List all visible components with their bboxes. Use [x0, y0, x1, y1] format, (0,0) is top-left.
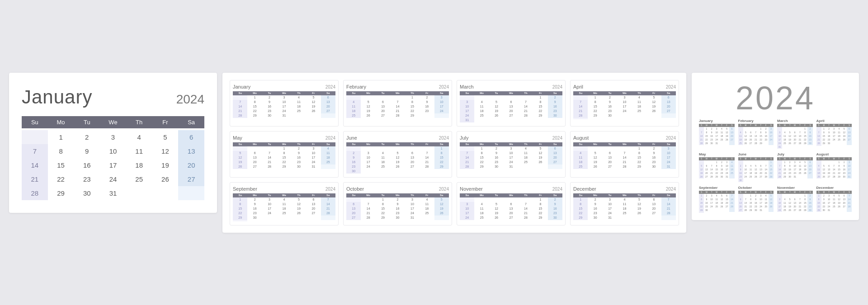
mini-day-cell[interactable]: 26 — [588, 164, 602, 169]
mini-day-cell[interactable]: 2 — [292, 146, 306, 151]
mini-day-cell[interactable]: 10 — [460, 104, 474, 109]
mini-day-cell[interactable]: 27 — [603, 164, 617, 169]
mini-day-cell[interactable]: 21 — [617, 160, 632, 164]
mini-day-cell[interactable]: 19 — [489, 211, 504, 216]
mini-day-cell[interactable]: 29 — [533, 113, 547, 118]
mini-day-cell[interactable]: 17 — [603, 206, 617, 211]
mini-day-cell[interactable]: 13 — [376, 104, 390, 109]
mini-day-cell[interactable]: 3 — [361, 151, 375, 155]
mini-day-cell[interactable]: 14 — [420, 155, 434, 160]
mini-day-cell[interactable]: 6 — [661, 95, 676, 100]
mini-day-cell[interactable]: 26 — [292, 211, 306, 216]
mini-day-cell[interactable]: 13 — [548, 151, 562, 155]
mini-day-cell[interactable]: 9 — [292, 151, 306, 155]
mini-day-cell[interactable]: 12 — [390, 155, 405, 160]
mini-day-cell[interactable]: 15 — [233, 206, 247, 211]
mini-day-cell[interactable]: 31 — [460, 118, 474, 122]
mini-day-cell[interactable]: 11 — [376, 155, 390, 160]
mini-day-cell[interactable]: 9 — [262, 100, 277, 104]
mini-day-cell[interactable]: 17 — [306, 155, 321, 160]
mini-day-cell[interactable]: 7 — [321, 197, 335, 202]
mini-day-cell[interactable]: 8 — [405, 100, 420, 104]
mini-day-cell[interactable]: 23 — [548, 211, 562, 216]
mini-day-cell[interactable]: 11 — [292, 100, 306, 104]
mini-day-cell[interactable]: 19 — [533, 155, 547, 160]
mini-day-cell[interactable]: 15 — [573, 206, 588, 211]
large-day-cell[interactable]: 7 — [22, 144, 48, 158]
large-day-cell[interactable]: 12 — [152, 144, 179, 158]
mini-day-cell[interactable]: 1 — [233, 197, 247, 202]
mini-day-cell[interactable]: 25 — [376, 164, 390, 169]
mini-day-cell[interactable]: 7 — [519, 100, 533, 104]
mini-day-cell[interactable]: 3 — [603, 197, 617, 202]
mini-day-cell[interactable]: 24 — [617, 109, 632, 113]
mini-day-cell[interactable]: 28 — [460, 164, 474, 169]
mini-day-cell[interactable]: 29 — [588, 113, 602, 118]
large-day-cell[interactable]: 11 — [126, 144, 152, 158]
mini-day-cell[interactable]: 3 — [504, 146, 518, 151]
mini-day-cell[interactable]: 5 — [361, 100, 375, 104]
mini-day-cell[interactable]: 14 — [390, 104, 405, 109]
mini-day-cell[interactable]: 5 — [233, 151, 247, 155]
mini-day-cell[interactable]: 8 — [434, 151, 449, 155]
mini-day-cell[interactable]: 5 — [489, 100, 504, 104]
mini-day-cell[interactable]: 25 — [519, 160, 533, 164]
mini-day-cell[interactable]: 19 — [361, 109, 375, 113]
mini-day-cell[interactable]: 11 — [277, 202, 291, 206]
mini-day-cell[interactable]: 11 — [573, 155, 588, 160]
mini-day-cell[interactable]: 9 — [646, 151, 661, 155]
mini-day-cell[interactable]: 2 — [548, 95, 562, 100]
mini-day-cell[interactable]: 30 — [262, 113, 277, 118]
mini-day-cell[interactable]: 18 — [617, 206, 632, 211]
mini-day-cell[interactable]: 28 — [390, 113, 405, 118]
mini-day-cell[interactable]: 29 — [474, 164, 489, 169]
mini-day-cell[interactable]: 3 — [277, 95, 291, 100]
mini-day-cell[interactable]: 2 — [588, 197, 602, 202]
mini-day-cell[interactable]: 18 — [321, 155, 335, 160]
large-day-cell[interactable]: 30 — [74, 186, 100, 200]
mini-day-cell[interactable]: 30 — [646, 164, 661, 169]
mini-day-cell[interactable]: 2 — [489, 146, 504, 151]
mini-day-cell[interactable]: 19 — [306, 104, 321, 109]
mini-day-cell[interactable]: 13 — [603, 155, 617, 160]
large-day-cell[interactable]: 15 — [48, 158, 74, 172]
mini-day-cell[interactable]: 22 — [533, 211, 547, 216]
mini-day-cell[interactable]: 16 — [588, 206, 602, 211]
mini-day-cell[interactable]: 30 — [489, 164, 504, 169]
mini-day-cell[interactable]: 29 — [376, 216, 390, 220]
mini-day-cell[interactable]: 23 — [390, 211, 405, 216]
mini-day-cell[interactable]: 25 — [277, 211, 291, 216]
large-day-cell[interactable]: 21 — [22, 172, 48, 186]
mini-day-cell[interactable]: 25 — [474, 216, 489, 220]
large-day-cell[interactable]: 2 — [74, 130, 100, 144]
large-day-cell[interactable]: 19 — [152, 158, 179, 172]
mini-day-cell[interactable]: 14 — [460, 155, 474, 160]
mini-day-cell[interactable]: 7 — [233, 100, 247, 104]
mini-day-cell[interactable]: 18 — [632, 104, 646, 109]
mini-day-cell[interactable]: 21 — [519, 109, 533, 113]
mini-day-cell[interactable]: 27 — [376, 113, 390, 118]
large-day-cell[interactable]: 8 — [48, 144, 74, 158]
mini-day-cell[interactable]: 11 — [474, 104, 489, 109]
mini-day-cell[interactable]: 30 — [346, 169, 361, 174]
mini-day-cell[interactable]: 13 — [306, 202, 321, 206]
mini-day-cell[interactable]: 22 — [632, 160, 646, 164]
mini-day-cell[interactable]: 8 — [533, 100, 547, 104]
mini-day-cell[interactable]: 2 — [646, 146, 661, 151]
mini-day-cell[interactable]: 26 — [533, 160, 547, 164]
mini-day-cell[interactable]: 13 — [504, 206, 518, 211]
mini-day-cell[interactable]: 5 — [489, 202, 504, 206]
mini-day-cell[interactable]: 1 — [588, 95, 602, 100]
mini-day-cell[interactable]: 9 — [247, 202, 262, 206]
mini-day-cell[interactable]: 11 — [617, 202, 632, 206]
mini-day-cell[interactable]: 29 — [277, 164, 291, 169]
mini-day-cell[interactable]: 1 — [247, 95, 262, 100]
mini-day-cell[interactable]: 2 — [390, 197, 405, 202]
mini-day-cell[interactable]: 19 — [588, 160, 602, 164]
mini-day-cell[interactable]: 9 — [390, 202, 405, 206]
mini-day-cell[interactable]: 9 — [603, 100, 617, 104]
mini-day-cell[interactable]: 31 — [277, 113, 291, 118]
mini-day-cell[interactable]: 5 — [434, 197, 449, 202]
mini-day-cell[interactable]: 14 — [361, 206, 375, 211]
mini-day-cell[interactable]: 11 — [321, 151, 335, 155]
